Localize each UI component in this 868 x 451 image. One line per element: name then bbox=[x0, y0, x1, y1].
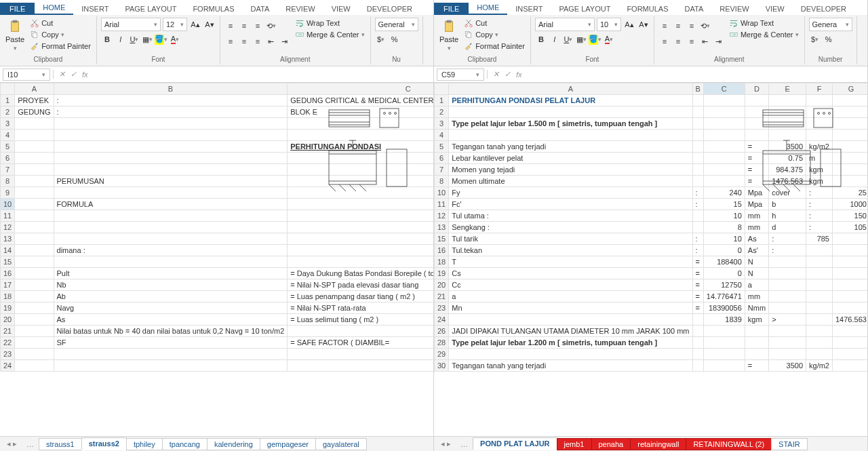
tab-developer[interactable]: DEVELOPER bbox=[793, 3, 854, 15]
sheet-tab-penaha[interactable]: penaha bbox=[591, 438, 631, 450]
cell-B24[interactable] bbox=[54, 360, 288, 372]
sheet-tab-tpancang[interactable]: tpancang bbox=[162, 438, 208, 450]
currency-icon[interactable]: $▾ bbox=[809, 33, 821, 45]
cell-B9[interactable] bbox=[54, 187, 288, 199]
tab-formulas[interactable]: FORMULAS bbox=[184, 3, 242, 15]
cell-G13[interactable]: 105 bbox=[832, 222, 867, 233]
col-header-B[interactable]: B bbox=[54, 83, 288, 95]
row-header-28[interactable]: 28 bbox=[435, 337, 449, 349]
cell-E23[interactable] bbox=[769, 302, 806, 314]
row-header-9[interactable]: 9 bbox=[1, 187, 15, 199]
row-header-19[interactable]: 19 bbox=[1, 302, 15, 314]
cell-D13[interactable]: mm bbox=[745, 222, 768, 233]
cell-C29[interactable] bbox=[703, 349, 745, 360]
cell-B17[interactable]: Nb bbox=[54, 279, 288, 291]
cell-B1[interactable]: : bbox=[54, 95, 288, 106]
cell-A15[interactable]: Tul tarik bbox=[449, 233, 692, 245]
cell-G15[interactable] bbox=[832, 233, 867, 245]
percent-icon[interactable]: % bbox=[823, 33, 835, 45]
cell-A11[interactable] bbox=[15, 210, 54, 222]
cell-B11[interactable]: : bbox=[692, 199, 703, 210]
row-header-22[interactable]: 22 bbox=[1, 337, 15, 349]
align-left-icon[interactable]: ≡ bbox=[224, 35, 237, 47]
cell-C18[interactable]: = Luas penampang dasar tiang ( m2 ) bbox=[288, 291, 433, 302]
sheet-tab-jemb1[interactable]: jemb1 bbox=[557, 438, 592, 450]
cell-C24[interactable] bbox=[288, 360, 433, 372]
row-header-1[interactable]: 1 bbox=[435, 95, 449, 106]
cell-C30[interactable] bbox=[703, 360, 745, 372]
row-header-11[interactable]: 11 bbox=[435, 199, 449, 210]
row-header-7[interactable]: 7 bbox=[1, 164, 15, 176]
font-color-button[interactable]: A▾ bbox=[169, 33, 181, 45]
cell-F23[interactable] bbox=[806, 302, 833, 314]
col-header-A[interactable]: A bbox=[449, 83, 692, 95]
row-header-30[interactable]: 30 bbox=[435, 360, 449, 372]
row-header-8[interactable]: 8 bbox=[1, 176, 15, 187]
indent-inc-icon[interactable]: ⇥ bbox=[279, 35, 291, 47]
tab-insert[interactable]: INSERT bbox=[507, 3, 551, 15]
cell-B15[interactable]: : bbox=[692, 233, 703, 245]
row-header-16[interactable]: 16 bbox=[435, 245, 449, 256]
sheet-tab-gempageser[interactable]: gempageser bbox=[260, 438, 316, 450]
tab-review[interactable]: REVIEW bbox=[277, 3, 323, 15]
row-header-4[interactable]: 4 bbox=[435, 130, 449, 141]
cell-C26[interactable] bbox=[703, 326, 745, 337]
fx-icon[interactable]: fx bbox=[516, 71, 522, 79]
cell-B23[interactable] bbox=[54, 349, 288, 360]
row-header-18[interactable]: 18 bbox=[435, 256, 449, 268]
enter-icon[interactable]: ✓ bbox=[71, 70, 77, 79]
cell-F19[interactable] bbox=[806, 268, 833, 279]
cell-A16[interactable] bbox=[15, 268, 54, 279]
cell-C8[interactable] bbox=[703, 176, 745, 187]
cell-B4[interactable] bbox=[54, 130, 288, 141]
cell-C18[interactable]: 188400 bbox=[703, 256, 745, 268]
align-right-icon[interactable]: ≡ bbox=[686, 35, 698, 47]
wrap-text-button[interactable]: Wrap Text bbox=[728, 18, 800, 28]
row-header-1[interactable]: 1 bbox=[1, 95, 15, 106]
paste-button[interactable]: Paste▾ bbox=[438, 18, 460, 53]
cell-C13[interactable]: 8 bbox=[703, 222, 745, 233]
col-header-C[interactable]: C bbox=[703, 83, 745, 95]
format-painter-button[interactable]: Format Painter bbox=[462, 41, 526, 52]
cell-C10[interactable]: 240 bbox=[703, 187, 745, 199]
cell-D23[interactable]: Nmm bbox=[745, 302, 768, 314]
cell-A9[interactable] bbox=[15, 187, 54, 199]
row-header-6[interactable]: 6 bbox=[435, 153, 449, 164]
cell-C1[interactable] bbox=[703, 95, 745, 106]
align-center-icon[interactable]: ≡ bbox=[672, 35, 684, 47]
cell-B3[interactable] bbox=[54, 118, 288, 130]
number-format-select[interactable]: General▾ bbox=[375, 18, 418, 31]
cell-A19[interactable] bbox=[15, 302, 54, 314]
tab-page-layout[interactable]: PAGE LAYOUT bbox=[117, 3, 184, 15]
sheet-tab-RETAININGWALL (2)[interactable]: RETAININGWALL (2) bbox=[686, 438, 772, 450]
cell-C20[interactable]: 12750 bbox=[703, 279, 745, 291]
cell-F26[interactable] bbox=[806, 326, 833, 337]
cell-A20[interactable]: Cc bbox=[449, 279, 692, 291]
row-header-12[interactable]: 12 bbox=[1, 222, 15, 233]
cell-B8[interactable]: PERUMUSAN bbox=[54, 176, 288, 187]
cell-A2[interactable] bbox=[449, 106, 692, 118]
row-header-15[interactable]: 15 bbox=[1, 256, 15, 268]
col-header-C[interactable]: C bbox=[288, 83, 433, 95]
cell-E24[interactable]: > bbox=[769, 314, 806, 326]
cell-E16[interactable]: : bbox=[769, 245, 806, 256]
orientation-icon[interactable]: ⟲▾ bbox=[265, 20, 277, 32]
border-button[interactable]: ▦▾ bbox=[142, 33, 154, 45]
cell-E26[interactable] bbox=[769, 326, 806, 337]
cell-B5[interactable] bbox=[54, 141, 288, 153]
cell-B5[interactable] bbox=[692, 141, 703, 153]
underline-button[interactable]: U▾ bbox=[562, 33, 574, 45]
cell-B12[interactable] bbox=[54, 222, 288, 233]
cell-C21[interactable]: 14.776471 bbox=[703, 291, 745, 302]
cell-F20[interactable] bbox=[806, 279, 833, 291]
cell-A8[interactable] bbox=[15, 176, 54, 187]
cell-B19[interactable]: Navg bbox=[54, 302, 288, 314]
row-header-11[interactable]: 11 bbox=[1, 210, 15, 222]
row-header-2[interactable]: 2 bbox=[435, 106, 449, 118]
cell-G29[interactable] bbox=[832, 349, 867, 360]
cell-B21[interactable]: = bbox=[692, 291, 703, 302]
sheet-tab-POND PLAT LAJUR[interactable]: POND PLAT LAJUR bbox=[473, 437, 557, 450]
cell-C22[interactable]: = SAFE FACTOR ( DIAMBIL= bbox=[288, 337, 433, 349]
row-header-10[interactable]: 10 bbox=[435, 187, 449, 199]
indent-inc-icon[interactable]: ⇥ bbox=[713, 35, 725, 47]
